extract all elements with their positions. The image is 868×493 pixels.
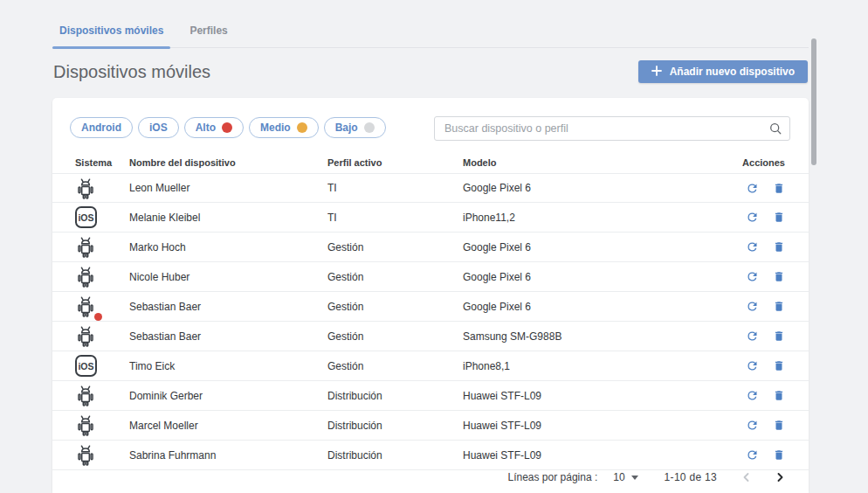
chevron-left-icon <box>741 472 752 483</box>
vertical-scrollbar[interactable] <box>811 38 816 165</box>
active-profile: Distribución <box>327 449 463 462</box>
ios-badge-icon: iOS <box>75 205 101 230</box>
table-header: Sistema Nombre del dispositivo Perfil ac… <box>52 152 809 173</box>
trash-icon <box>773 243 785 256</box>
search-box <box>434 116 790 141</box>
refresh-device-button[interactable] <box>746 359 759 372</box>
delete-device-button[interactable] <box>773 389 785 402</box>
table-row[interactable]: Sabrina FuhrmannDistribuciónHuawei STF-L… <box>52 441 809 470</box>
risk-level-dot <box>297 122 307 133</box>
add-device-button[interactable]: Añadir nuevo dispositivo <box>638 60 808 83</box>
search-icon[interactable] <box>768 122 782 139</box>
filter-chip-label: Alto <box>196 122 216 134</box>
plus-icon <box>651 66 662 79</box>
device-model: Huawei STF-L09 <box>463 420 724 432</box>
active-profile: Gestión <box>327 271 463 283</box>
device-model: Google Pixel 6 <box>463 271 724 283</box>
trash-icon <box>773 184 785 198</box>
device-name: Marko Hoch <box>129 241 327 253</box>
device-name: Melanie Kleibel <box>129 212 327 224</box>
table-row[interactable]: Sebastian BaerGestiónGoogle Pixel 6 <box>52 292 809 322</box>
refresh-device-button[interactable] <box>746 240 759 253</box>
delete-device-button[interactable] <box>773 270 785 283</box>
refresh-device-button[interactable] <box>746 270 759 283</box>
rows-per-page-label: Líneas por página : <box>508 471 598 483</box>
android-robot-icon <box>75 443 101 468</box>
row-actions <box>724 182 785 195</box>
filter-chip-label: iOS <box>149 122 168 134</box>
device-model: Huawei STF-L09 <box>463 390 724 402</box>
refresh-device-button[interactable] <box>746 448 759 462</box>
col-header-nombre: Nombre del dispositivo <box>129 157 327 168</box>
ios-badge-icon: iOS <box>75 354 101 378</box>
device-model: Huawei STF-L09 <box>463 449 724 462</box>
active-profile: TI <box>327 182 463 194</box>
refresh-icon <box>746 362 759 375</box>
trash-icon <box>773 273 785 286</box>
delete-device-button[interactable] <box>773 330 785 343</box>
rows-per-page-value: 10 <box>613 471 624 483</box>
delete-device-button[interactable] <box>773 359 785 372</box>
col-header-perfil: Perfil activo <box>327 157 463 168</box>
refresh-device-button[interactable] <box>746 419 759 432</box>
table-row[interactable]: iOSMelanie KleibelTIiPhone11,2 <box>52 203 809 233</box>
table-row[interactable]: Nicole HuberGestiónGoogle Pixel 6 <box>52 262 809 292</box>
active-profile: Distribución <box>327 420 463 432</box>
refresh-device-button[interactable] <box>746 389 759 402</box>
table-row[interactable]: Marcel MoellerDistribuciónHuawei STF-L09 <box>52 411 809 441</box>
android-robot-icon <box>75 413 101 438</box>
tab-perfiles[interactable]: Perfiles <box>183 21 234 47</box>
row-actions <box>724 448 785 462</box>
device-model: iPhone11,2 <box>463 212 724 224</box>
delete-device-button[interactable] <box>773 240 785 253</box>
device-name: Dominik Gerber <box>129 390 327 402</box>
android-robot-icon <box>75 295 101 319</box>
refresh-device-button[interactable] <box>746 182 759 195</box>
refresh-icon <box>746 451 759 464</box>
filter-chip-ios[interactable]: iOS <box>138 117 179 138</box>
delete-device-button[interactable] <box>773 182 785 195</box>
chevron-right-icon <box>775 472 785 483</box>
filter-chip-medio[interactable]: Medio <box>249 117 319 138</box>
row-actions <box>724 240 785 253</box>
device-model: Google Pixel 6 <box>463 301 724 313</box>
device-name: Timo Eick <box>129 360 327 372</box>
trash-icon <box>773 421 785 434</box>
page-title: Dispositivos móviles <box>53 62 210 82</box>
table-row[interactable]: Sebastian BaerGestiónSamsung SM-G988B <box>52 322 809 351</box>
previous-page-button[interactable] <box>741 472 752 483</box>
filter-chip-label: Medio <box>260 122 291 134</box>
table-row[interactable]: Dominik GerberDistribuciónHuawei STF-L09 <box>52 381 809 411</box>
delete-device-button[interactable] <box>773 419 785 432</box>
refresh-icon <box>746 273 759 286</box>
table-row[interactable]: Leon MuellerTIGoogle Pixel 6 <box>52 173 809 203</box>
devices-panel: AndroidiOSAltoMedioBajo Sistema Nombre d… <box>52 98 809 493</box>
filter-chip-bajo[interactable]: Bajo <box>324 117 386 138</box>
rows-per-page-select[interactable]: 10 <box>613 471 637 483</box>
next-page-button[interactable] <box>775 472 785 483</box>
col-header-acciones: Acciones <box>742 157 785 168</box>
high-risk-dot <box>94 313 102 321</box>
refresh-device-button[interactable] <box>746 300 759 313</box>
row-actions <box>724 270 785 283</box>
table-row[interactable]: Marko HochGestiónGoogle Pixel 6 <box>52 233 809 262</box>
filter-chip-alto[interactable]: Alto <box>184 117 244 138</box>
search-input[interactable] <box>434 116 790 141</box>
tab-dispositivos-moviles[interactable]: Dispositivos móviles <box>52 21 170 47</box>
android-robot-icon <box>75 265 101 289</box>
filter-chip-android[interactable]: Android <box>70 117 133 138</box>
table-row[interactable]: iOSTimo EickGestióniPhone8,1 <box>52 351 809 381</box>
android-robot-icon <box>75 384 101 408</box>
trash-icon <box>773 332 785 345</box>
trash-icon <box>773 213 785 226</box>
delete-device-button[interactable] <box>773 211 785 224</box>
refresh-device-button[interactable] <box>746 211 759 224</box>
refresh-icon <box>746 302 759 316</box>
row-actions <box>724 419 785 432</box>
refresh-icon <box>746 213 759 226</box>
delete-device-button[interactable] <box>773 448 785 462</box>
refresh-device-button[interactable] <box>746 330 759 343</box>
delete-device-button[interactable] <box>773 300 785 313</box>
row-actions <box>724 389 785 402</box>
active-profile: Gestión <box>327 241 463 253</box>
